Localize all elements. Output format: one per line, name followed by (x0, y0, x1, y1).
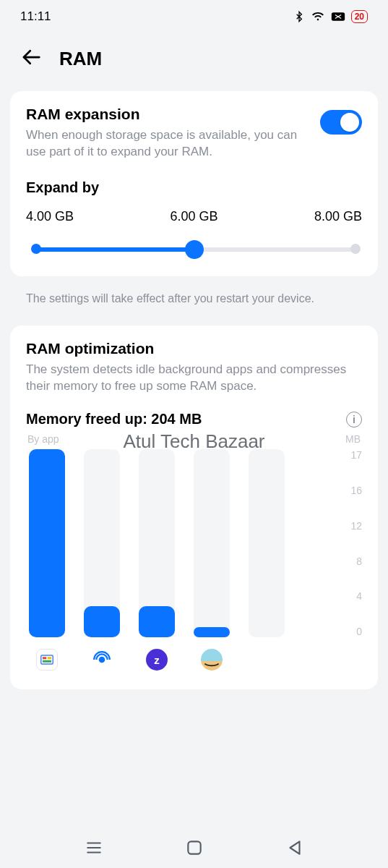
ram-expansion-title: RAM expansion (26, 106, 309, 123)
info-icon[interactable]: i (346, 412, 362, 427)
expand-option-0[interactable]: 4.00 GB (26, 209, 74, 224)
chart-bar-fill (194, 627, 230, 637)
ram-expansion-desc: When enough storage space is available, … (26, 127, 309, 161)
slider-fill (32, 247, 194, 252)
svg-point-6 (100, 658, 105, 663)
chart-bar[interactable] (249, 449, 285, 637)
svg-rect-2 (41, 655, 53, 664)
page-header: RAM (0, 33, 388, 91)
chart-bar[interactable] (84, 449, 120, 637)
chart-ytick: 12 (350, 520, 362, 532)
do-not-disturb-icon (331, 11, 345, 22)
chart-ytick: 17 (350, 449, 362, 461)
slider-thumb[interactable] (185, 240, 204, 259)
chart-bar-fill (139, 606, 175, 637)
ram-expansion-toggle[interactable] (320, 110, 362, 135)
expand-option-2[interactable]: 8.00 GB (314, 209, 362, 224)
nav-recent-icon[interactable] (85, 838, 103, 857)
chart-bar-fill (29, 449, 65, 637)
ram-optimization-card: RAM optimization The system detects idle… (10, 326, 378, 689)
chart-bar[interactable] (139, 449, 175, 637)
status-bar: 11:11 20 (0, 0, 388, 33)
nav-back-icon[interactable] (285, 838, 304, 857)
chart-app-icons-row: z (26, 649, 362, 671)
ram-optimization-desc: The system detects idle background apps … (26, 362, 362, 395)
ram-optimization-title: RAM optimization (26, 340, 362, 357)
status-time: 11:11 (20, 9, 51, 24)
back-icon[interactable] (20, 46, 42, 71)
battery-indicator: 20 (351, 10, 368, 23)
expand-by-title: Expand by (26, 179, 362, 196)
chart-bar-ghost (249, 449, 285, 637)
app-icon-zepto[interactable]: z (139, 649, 175, 671)
toggle-knob (340, 113, 359, 132)
memory-freed-label: Memory freed up: 204 MB (26, 411, 202, 427)
app-icon-unknown[interactable] (249, 649, 285, 671)
slider-dot-max (350, 244, 361, 254)
chart-ytick: 0 (356, 626, 362, 637)
app-icon-podcast[interactable] (84, 649, 120, 671)
svg-rect-4 (48, 657, 51, 659)
bluetooth-icon (293, 10, 305, 23)
status-icons: 20 (293, 10, 368, 23)
chart-ytick: 4 (356, 590, 362, 602)
svg-rect-12 (188, 841, 200, 854)
app-icon-amazon[interactable] (194, 649, 230, 671)
slider-dot-min (31, 244, 41, 254)
chart-bar[interactable] (29, 449, 65, 637)
memory-chart: 171612840 (26, 449, 362, 637)
expand-by-labels: 4.00 GB 6.00 GB 8.00 GB (26, 209, 362, 224)
restart-note: The settings will take effect after you … (0, 288, 388, 326)
wifi-icon (311, 11, 325, 22)
chart-bar-ghost (194, 449, 230, 637)
axis-right-label: MB (345, 433, 361, 445)
system-navbar (0, 827, 388, 868)
svg-rect-7 (201, 649, 223, 661)
app-icon-googletv[interactable] (29, 649, 65, 671)
chart-bar-fill (84, 606, 120, 637)
chart-ytick: 16 (350, 485, 362, 496)
axis-left-label: By app (27, 433, 59, 445)
expand-by-slider[interactable] (26, 237, 362, 262)
chart-bar[interactable] (194, 449, 230, 637)
svg-rect-3 (43, 657, 46, 659)
ram-expansion-card: RAM expansion When enough storage space … (10, 91, 378, 276)
expand-option-1[interactable]: 6.00 GB (170, 209, 217, 224)
svg-rect-5 (43, 660, 51, 663)
page-title: RAM (59, 48, 102, 70)
chart-ytick: 8 (356, 556, 362, 567)
nav-home-icon[interactable] (185, 838, 204, 857)
